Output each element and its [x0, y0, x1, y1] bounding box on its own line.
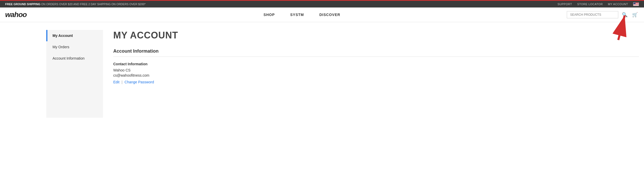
main-nav: SHOP SYSTM DISCOVER	[37, 13, 567, 17]
banner-rest: ON ORDERS OVER $20 AND FREE 2 DAY SHIPPI…	[41, 3, 146, 6]
my-account-top-link[interactable]: MY ACCOUNT	[608, 3, 628, 6]
banner-bold: FREE GROUND SHIPPING	[5, 3, 40, 6]
header-right: 🔍 🛒	[567, 11, 639, 19]
nav-shop[interactable]: SHOP	[264, 13, 275, 17]
top-banner: FREE GROUND SHIPPING ON ORDERS OVER $20 …	[0, 0, 644, 7]
logo[interactable]: wahoo	[5, 11, 27, 19]
contact-name: Wahoo CS	[113, 68, 639, 72]
main-header: wahoo SHOP SYSTM DISCOVER 🔍 🛒	[0, 7, 644, 22]
banner-text: FREE GROUND SHIPPING ON ORDERS OVER $20 …	[5, 3, 145, 6]
banner-right-links: SUPPORT STORE LOCATOR MY ACCOUNT	[558, 2, 639, 6]
sidebar: My Account My Orders Account Information	[46, 30, 103, 118]
cart-button[interactable]: 🛒	[631, 11, 639, 19]
nav-discover[interactable]: DISCOVER	[319, 13, 340, 17]
contact-info-label: Contact Information	[113, 62, 639, 66]
search-button[interactable]: 🔍	[621, 11, 629, 19]
edit-link[interactable]: Edit	[113, 80, 119, 84]
contact-links: Edit | Change Password	[113, 80, 639, 84]
support-link[interactable]: SUPPORT	[558, 3, 572, 6]
search-input[interactable]	[567, 11, 618, 18]
nav-systm[interactable]: SYSTM	[290, 13, 304, 17]
link-divider: |	[121, 80, 123, 84]
page-title: MY ACCOUNT	[113, 30, 639, 41]
sidebar-item-my-orders[interactable]: My Orders	[46, 41, 103, 53]
main-content: MY ACCOUNT Account Information Contact I…	[113, 30, 639, 118]
sidebar-item-account-info[interactable]: Account Information	[46, 53, 103, 64]
flag-icon	[633, 2, 639, 6]
section-title: Account Information	[113, 49, 639, 57]
contact-email: cs@wahoofitness.com	[113, 73, 639, 77]
change-password-link[interactable]: Change Password	[125, 80, 154, 84]
content-area: My Account My Orders Account Information…	[0, 22, 644, 125]
sidebar-item-my-account[interactable]: My Account	[46, 30, 103, 41]
store-locator-link[interactable]: STORE LOCATOR	[577, 3, 603, 6]
